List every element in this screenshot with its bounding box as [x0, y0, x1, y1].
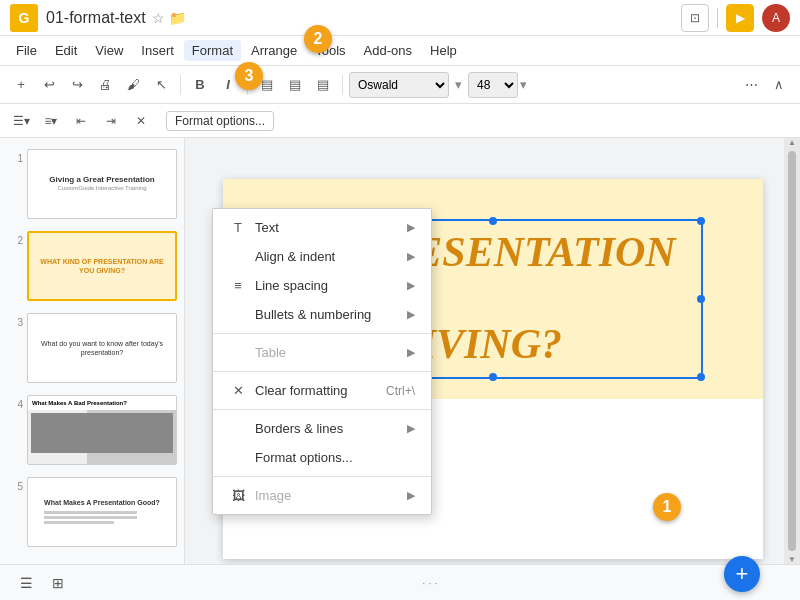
menu-bar: File Edit View Insert Format Arrange Too… [0, 36, 800, 66]
separator-dd-3 [213, 409, 431, 410]
separator-1 [180, 75, 181, 95]
bullet-list-button[interactable]: ≡▾ [38, 108, 64, 134]
undo-button[interactable]: ↩ [36, 72, 62, 98]
font-select[interactable]: Oswald [349, 72, 449, 98]
dropdown-label-align: Align & indent [255, 249, 335, 264]
dropdown-label-image: Image [255, 488, 291, 503]
folder-icon[interactable]: 📁 [169, 10, 186, 26]
dropdown-item-bullets[interactable]: Bullets & numbering ▶ [213, 300, 431, 329]
file-title: 01-format-text [46, 9, 146, 27]
dropdown-item-clearformat[interactable]: ✕ Clear formatting Ctrl+\ [213, 376, 431, 405]
dropdown-label-table: Table [255, 345, 286, 360]
dropdown-label-borders: Borders & lines [255, 421, 343, 436]
menu-help[interactable]: Help [422, 40, 465, 61]
table-arrow: ▶ [407, 346, 415, 359]
step-badge-3: 3 [235, 62, 263, 90]
linespacing-icon: ≡ [229, 278, 247, 293]
star-icon[interactable]: ☆ [152, 10, 165, 26]
separator-dd-1 [213, 333, 431, 334]
dropdown-item-borders[interactable]: Borders & lines ▶ [213, 414, 431, 443]
redo-button[interactable]: ↪ [64, 72, 90, 98]
menu-view[interactable]: View [87, 40, 131, 61]
menu-format[interactable]: Format [184, 40, 241, 61]
dropdown-label-text: Text [255, 220, 279, 235]
align-right-button[interactable]: ▤ [310, 72, 336, 98]
dropdown-overlay: T Text ▶ Align & indent ▶ ≡ Line spacing… [0, 138, 800, 600]
size-arrow: ▾ [520, 77, 527, 92]
format-options-btn[interactable]: Format options... [166, 111, 274, 131]
separator-3 [342, 75, 343, 95]
menu-insert[interactable]: Insert [133, 40, 182, 61]
decrease-indent-button[interactable]: ⇤ [68, 108, 94, 134]
dropdown-item-formatoptions[interactable]: Format options... [213, 443, 431, 472]
dropdown-item-linespacing[interactable]: ≡ Line spacing ▶ [213, 271, 431, 300]
dropdown-item-image: 🖼 Image ▶ [213, 481, 431, 510]
separator-dd-2 [213, 371, 431, 372]
bullets-arrow: ▶ [407, 308, 415, 321]
menu-edit[interactable]: Edit [47, 40, 85, 61]
borders-arrow: ▶ [407, 422, 415, 435]
align-center-button[interactable]: ▤ [282, 72, 308, 98]
dropdown-label-clearformat: Clear formatting [255, 383, 347, 398]
image-arrow: ▶ [407, 489, 415, 502]
present-button[interactable]: ▶ [726, 4, 754, 32]
title-right: ⊡ ▶ A [681, 4, 790, 32]
menu-addons[interactable]: Add-ons [356, 40, 420, 61]
format-dropdown-menu: T Text ▶ Align & indent ▶ ≡ Line spacing… [212, 208, 432, 515]
text-icon: T [229, 220, 247, 235]
dropdown-item-text[interactable]: T Text ▶ [213, 213, 431, 242]
user-avatar[interactable]: A [762, 4, 790, 32]
menu-file[interactable]: File [8, 40, 45, 61]
present-mode-button[interactable]: ⊡ [681, 4, 709, 32]
cursor-button[interactable]: ↖ [148, 72, 174, 98]
more-button[interactable]: ⋯ [738, 72, 764, 98]
clear-format-button[interactable]: ✕ [128, 108, 154, 134]
align-arrow: ▶ [407, 250, 415, 263]
collapse-button[interactable]: ∧ [766, 72, 792, 98]
dropdown-label-linespacing: Line spacing [255, 278, 328, 293]
list-select-button[interactable]: ☰▾ [8, 108, 34, 134]
font-size-select[interactable]: 48 [468, 72, 518, 98]
increase-indent-button[interactable]: ⇥ [98, 108, 124, 134]
step-badge-2: 2 [304, 25, 332, 53]
dropdown-label-formatoptions: Format options... [255, 450, 353, 465]
menu-arrange[interactable]: Arrange [243, 40, 305, 61]
font-arrow: ▾ [455, 77, 462, 92]
app-icon: G [10, 4, 38, 32]
print-button[interactable]: 🖨 [92, 72, 118, 98]
step-badge-1: 1 [653, 493, 681, 521]
dropdown-label-bullets: Bullets & numbering [255, 307, 371, 322]
title-bar: G 01-format-text ☆ 📁 ⊡ ▶ A [0, 0, 800, 36]
dropdown-item-table: Table ▶ [213, 338, 431, 367]
paint-button[interactable]: 🖌 [120, 72, 146, 98]
plus-button[interactable]: + [8, 72, 34, 98]
dropdown-item-align[interactable]: Align & indent ▶ [213, 242, 431, 271]
linespacing-arrow: ▶ [407, 279, 415, 292]
clearformat-shortcut: Ctrl+\ [386, 384, 415, 398]
image-icon: 🖼 [229, 488, 247, 503]
toolbar-1: + ↩ ↪ 🖨 🖌 ↖ B I ▤ ▤ ▤ Oswald ▾ 48 ▾ ⋯ ∧ [0, 66, 800, 104]
main-area: 1 Giving a Great Presentation CustomGuid… [0, 138, 800, 600]
bold-button[interactable]: B [187, 72, 213, 98]
text-arrow: ▶ [407, 221, 415, 234]
toolbar-2: ☰▾ ≡▾ ⇤ ⇥ ✕ Format options... [0, 104, 800, 138]
separator-dd-4 [213, 476, 431, 477]
clearformat-icon: ✕ [229, 383, 247, 398]
